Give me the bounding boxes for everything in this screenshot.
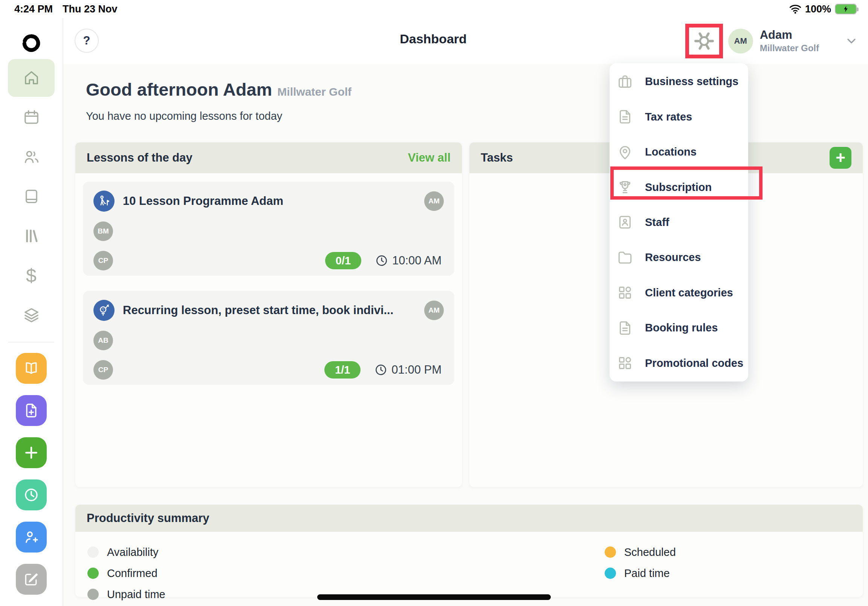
sidebar: $ [0, 18, 63, 606]
subscription-highlight-box [610, 166, 763, 200]
status-indicators: 100% [789, 3, 857, 15]
lessons-panel-header: Lessons of the day View all [75, 143, 462, 173]
user-cluster: AM Adam Millwater Golf [685, 18, 858, 64]
menu-item-locations[interactable]: Locations [609, 135, 748, 169]
user-org: Millwater Golf [760, 43, 819, 53]
sidebar-item-library[interactable] [8, 217, 54, 255]
user-initials: AM [734, 36, 747, 46]
grid-icon [616, 284, 634, 301]
avatar: CP [93, 360, 113, 380]
menu-item-promotional-codes[interactable]: Promotional codes [609, 346, 748, 381]
sidebar-item-clients[interactable] [8, 138, 54, 176]
golf-ball-lesson-icon [93, 300, 115, 321]
golfer-lesson-icon [93, 191, 115, 212]
avatar: AM [424, 301, 444, 320]
legend-column-right: Scheduled Paid time [604, 542, 676, 605]
clock-icon [375, 254, 388, 267]
battery-icon [835, 4, 857, 14]
sidebar-item-programmes[interactable] [8, 178, 54, 215]
home-icon [23, 69, 40, 87]
legend-item: Scheduled [604, 542, 676, 563]
battery-percent: 100% [805, 3, 831, 15]
chevron-down-icon[interactable] [845, 34, 858, 48]
availability-button[interactable] [16, 479, 47, 510]
scheduled-dot [604, 547, 616, 558]
sidebar-item-home[interactable] [8, 59, 54, 97]
menu-item-business-settings[interactable]: Business settings [609, 64, 748, 99]
document-icon [616, 108, 634, 126]
user-avatar[interactable]: AM [728, 29, 753, 53]
open-book-icon [23, 360, 40, 377]
briefcase-icon [616, 73, 634, 90]
sidebar-item-services[interactable] [8, 296, 54, 334]
legend-item: Unpaid time [87, 584, 165, 605]
lessons-panel: Lessons of the day View all 10 Lesson Pr… [75, 143, 462, 487]
clock-icon [374, 363, 388, 377]
compose-note-button[interactable] [16, 564, 47, 595]
view-all-link[interactable]: View all [408, 151, 451, 164]
compose-icon [23, 571, 40, 587]
user-names[interactable]: Adam Millwater Golf [760, 29, 819, 53]
avatar: AM [424, 191, 444, 211]
lessons-panel-title: Lessons of the day [87, 151, 192, 164]
legend-item: Availability [87, 542, 165, 563]
map-pin-icon [616, 144, 634, 161]
avatar: BM [93, 222, 113, 241]
file-plus-icon [23, 402, 40, 419]
lesson-time: 01:00 PM [374, 363, 442, 377]
productivity-panel: Productivity summary Availability Confir… [75, 505, 863, 597]
open-booking-page-button[interactable] [16, 353, 47, 384]
greeting-org: Millwater Golf [277, 85, 352, 98]
settings-button-highlight [685, 24, 723, 58]
lesson-title: Recurring lesson, preset start time, boo… [123, 304, 424, 317]
lesson-time: 10:00 AM [375, 254, 442, 267]
legend-item: Confirmed [87, 563, 165, 584]
status-time-date: 4:24 PM Thu 23 Nov [14, 3, 118, 15]
layers-icon [23, 306, 40, 324]
new-invoice-button[interactable] [16, 395, 47, 426]
lesson-title: 10 Lesson Programme Adam [123, 194, 424, 208]
booked-count-badge: 0/1 [325, 252, 361, 269]
lesson-card[interactable]: 10 Lesson Programme Adam AM BM CP 0/1 10… [83, 181, 454, 276]
dollar-icon: $ [26, 265, 37, 287]
menu-item-client-categories[interactable]: Client categories [609, 275, 748, 310]
greeting-title: Good afternoon AdamMillwater Golf [86, 79, 352, 100]
person-add-icon [23, 529, 40, 546]
sidebar-item-calendar[interactable] [8, 99, 54, 136]
app-logo [15, 34, 48, 52]
calendar-icon [23, 108, 40, 126]
book-icon [23, 188, 40, 205]
plus-icon [23, 445, 40, 461]
confirmed-dot [87, 567, 99, 579]
unpaid-time-dot [87, 589, 99, 600]
add-task-button[interactable]: + [829, 147, 851, 169]
document-icon [616, 319, 634, 337]
avatar: CP [93, 251, 113, 270]
wifi-icon [789, 4, 801, 14]
paid-time-dot [604, 567, 616, 579]
lesson-card[interactable]: Recurring lesson, preset start time, boo… [83, 291, 454, 385]
status-time: 4:24 PM [14, 3, 53, 15]
booked-count-badge: 1/1 [324, 361, 361, 378]
ipad-screen: 4:24 PM Thu 23 Nov 100% [0, 0, 868, 606]
greeting-text: Good afternoon Adam [86, 79, 272, 99]
avatar: AB [93, 331, 113, 350]
add-client-button[interactable] [16, 522, 47, 553]
gear-icon[interactable] [693, 30, 715, 52]
sidebar-nav: $ [8, 59, 54, 336]
menu-item-staff[interactable]: Staff [609, 205, 748, 240]
sidebar-item-payments[interactable]: $ [8, 257, 54, 294]
sidebar-divider [8, 342, 54, 343]
menu-item-booking-rules[interactable]: Booking rules [609, 310, 748, 346]
menu-item-tax-rates[interactable]: Tax rates [609, 99, 748, 134]
productivity-legend: Availability Confirmed Unpaid time Sched… [75, 532, 863, 605]
grid-icon [616, 354, 634, 372]
home-indicator[interactable] [317, 594, 551, 600]
status-bar: 4:24 PM Thu 23 Nov 100% [0, 0, 868, 18]
clock-icon [23, 487, 40, 503]
folder-icon [616, 249, 634, 266]
productivity-panel-title: Productivity summary [87, 511, 209, 525]
menu-item-resources[interactable]: Resources [609, 240, 748, 275]
new-lesson-button[interactable] [16, 437, 47, 468]
plus-icon: + [835, 150, 845, 166]
